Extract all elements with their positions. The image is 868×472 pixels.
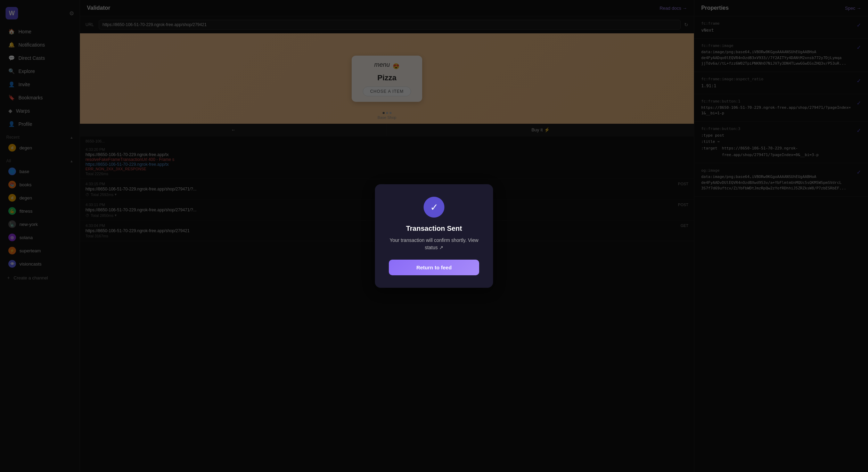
transaction-modal: ✓ Transaction Sent Your transaction will… (375, 184, 493, 288)
checkmark-icon: ✓ (430, 202, 438, 213)
modal-title: Transaction Sent (389, 225, 479, 233)
modal-desc-text: Your transaction will confirm shortly. V… (390, 237, 478, 250)
external-link-icon: ↗ (439, 245, 443, 250)
modal-description: Your transaction will confirm shortly. V… (389, 237, 479, 251)
return-to-feed-button[interactable]: Return to feed (389, 260, 479, 275)
modal-overlay[interactable]: ✓ Transaction Sent Your transaction will… (0, 0, 868, 472)
success-icon-circle: ✓ (424, 197, 444, 218)
